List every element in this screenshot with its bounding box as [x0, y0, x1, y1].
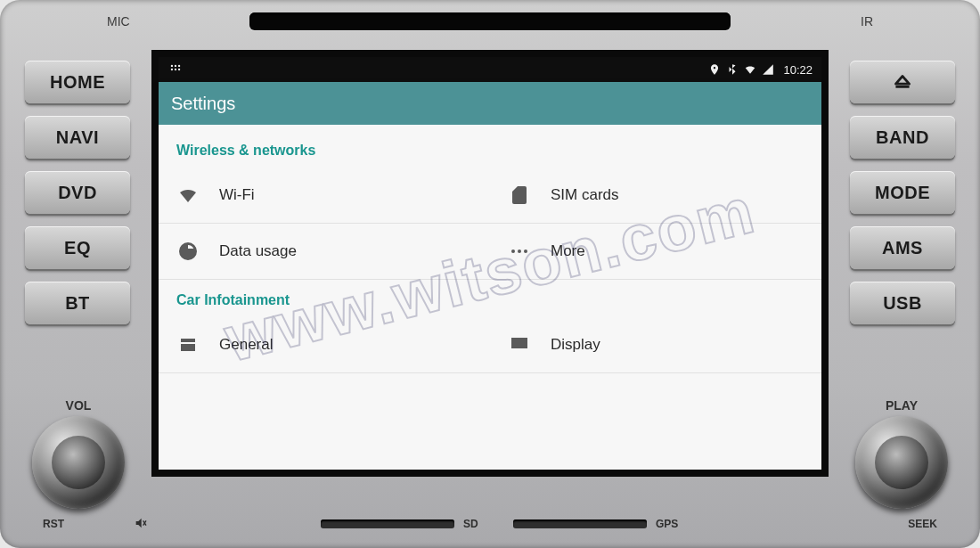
apps-icon[interactable] — [169, 63, 182, 76]
sd-slot[interactable] — [321, 519, 454, 528]
settings-item-wifi[interactable]: Wi-Fi — [159, 168, 490, 224]
seek-label: SEEK — [908, 518, 937, 530]
settings-item-label: SIM cards — [551, 186, 619, 204]
volume-label: VOL — [32, 398, 125, 413]
volume-knob[interactable] — [32, 416, 125, 509]
signal-icon — [762, 63, 774, 76]
svg-point-7 — [518, 249, 521, 253]
wifi-status-icon — [744, 63, 756, 76]
navi-button[interactable]: NAVI — [25, 116, 130, 159]
home-button[interactable]: HOME — [25, 61, 130, 103]
settings-item-label: Data usage — [219, 242, 297, 260]
settings-item-sim[interactable]: SIM cards — [490, 168, 821, 224]
gps-slot[interactable] — [513, 519, 647, 528]
bluetooth-icon — [726, 63, 739, 76]
page-title: Settings — [171, 94, 235, 114]
more-icon — [508, 240, 531, 263]
ams-button[interactable]: AMS — [850, 226, 955, 269]
reset-label: RST — [43, 518, 64, 530]
settings-item-label: Display — [551, 336, 600, 354]
section-wireless-header: Wireless & networks — [159, 130, 821, 168]
disc-slot[interactable] — [249, 12, 731, 30]
head-unit-bezel: MIC IR HOME NAVI DVD EQ BT BAND MODE AMS… — [0, 0, 980, 548]
svg-point-2 — [178, 65, 180, 67]
settings-item-label: Wi-Fi — [219, 186, 255, 204]
settings-item-display[interactable]: Display — [490, 317, 821, 373]
sd-slot-label: SD — [463, 518, 478, 530]
mute-icon — [134, 516, 148, 530]
settings-item-more[interactable]: More — [490, 224, 821, 280]
volume-knob-group: VOL — [32, 393, 125, 509]
svg-point-3 — [171, 69, 173, 70]
play-label: PLAY — [855, 398, 948, 413]
gps-slot-label: GPS — [656, 518, 678, 530]
android-status-bar[interactable]: 10:22 — [159, 57, 821, 82]
settings-item-general[interactable]: General — [159, 317, 490, 373]
dvd-button[interactable]: DVD — [25, 171, 130, 214]
section-car-header: Car Infotainment — [159, 280, 821, 317]
svg-point-4 — [175, 69, 176, 70]
svg-point-8 — [524, 249, 527, 253]
right-button-column: BAND MODE AMS USB — [850, 61, 955, 324]
clock: 10:22 — [783, 63, 813, 77]
play-knob-group: PLAY — [855, 393, 948, 509]
wifi-icon — [176, 184, 200, 207]
svg-point-0 — [171, 65, 173, 67]
svg-point-6 — [511, 249, 515, 253]
ir-label: IR — [861, 14, 873, 29]
settings-item-data-usage[interactable]: Data usage — [159, 224, 490, 280]
mic-label: MIC — [107, 14, 130, 29]
bt-button[interactable]: BT — [25, 282, 130, 324]
eject-button[interactable] — [850, 61, 955, 103]
settings-item-label: More — [551, 242, 585, 260]
mode-button[interactable]: MODE — [850, 171, 955, 214]
touch-screen: 10:22 Settings Wireless & networks Wi-Fi… — [151, 50, 829, 477]
settings-content[interactable]: Wireless & networks Wi-Fi SIM cards Data… — [159, 125, 821, 470]
svg-point-1 — [175, 65, 176, 67]
eq-button[interactable]: EQ — [25, 226, 130, 269]
sim-icon — [508, 184, 531, 207]
display-icon — [508, 333, 531, 356]
band-button[interactable]: BAND — [850, 116, 955, 159]
left-button-column: HOME NAVI DVD EQ BT — [25, 61, 130, 324]
general-icon — [176, 333, 200, 356]
eject-icon — [891, 70, 914, 94]
usb-button[interactable]: USB — [850, 282, 955, 324]
settings-item-label: General — [219, 336, 273, 354]
location-icon — [708, 63, 721, 76]
svg-point-5 — [178, 69, 180, 70]
settings-app-bar: Settings — [159, 82, 821, 125]
play-knob[interactable] — [855, 416, 948, 509]
data-usage-icon — [176, 240, 200, 263]
